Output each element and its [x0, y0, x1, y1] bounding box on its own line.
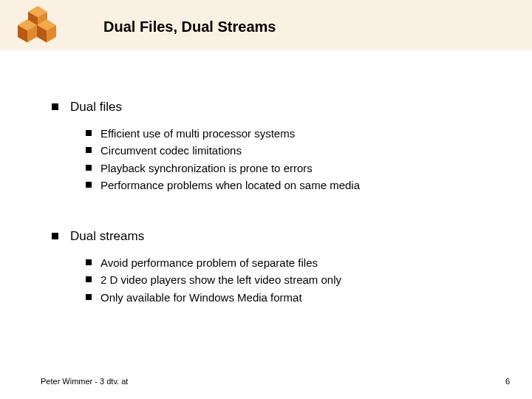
section-heading-text: Dual streams: [70, 229, 144, 244]
bullet-icon: [86, 294, 92, 300]
list-item-text: Avoid performance problem of separate fi…: [100, 254, 318, 271]
bullet-icon: [52, 233, 58, 239]
slide-title: Dual Files, Dual Streams: [103, 18, 276, 35]
list-item-text: Performance problems when located on sam…: [100, 177, 360, 194]
bullet-icon: [86, 182, 92, 188]
list-item-text: Circumvent codec limitations: [100, 142, 242, 159]
section-heading-text: Dual files: [70, 100, 122, 115]
list-item: Only available for Windows Media format: [86, 289, 502, 306]
section-heading: Dual files: [52, 100, 502, 115]
bullet-icon: [86, 130, 92, 136]
list-item: Playback synchronization is prone to err…: [86, 160, 502, 177]
header-bar: Dual Files, Dual Streams: [0, 0, 532, 50]
list-item-text: 2 D video players show the left video st…: [100, 271, 341, 288]
section-items: Avoid performance problem of separate fi…: [86, 254, 502, 306]
list-item-text: Efficient use of multi processor systems: [100, 125, 295, 142]
bullet-icon: [86, 165, 92, 171]
bullet-icon: [86, 276, 92, 282]
section-heading: Dual streams: [52, 229, 502, 244]
section-dual-streams: Dual streams Avoid performance problem o…: [52, 229, 502, 306]
section-dual-files: Dual files Efficient use of multi proces…: [52, 100, 502, 194]
list-item: Performance problems when located on sam…: [86, 177, 502, 194]
bullet-icon: [86, 147, 92, 153]
list-item: Circumvent codec limitations: [86, 142, 502, 159]
footer-author: Peter Wimmer - 3 dtv. at: [41, 377, 128, 386]
slide-content: Dual files Efficient use of multi proces…: [52, 100, 502, 341]
list-item: Efficient use of multi processor systems: [86, 125, 502, 142]
list-item-text: Playback synchronization is prone to err…: [100, 160, 313, 177]
section-items: Efficient use of multi processor systems…: [86, 125, 502, 194]
list-item: Avoid performance problem of separate fi…: [86, 254, 502, 271]
bullet-icon: [86, 259, 92, 265]
cubes-icon: [18, 7, 58, 47]
bullet-icon: [52, 103, 58, 110]
list-item: 2 D video players show the left video st…: [86, 271, 502, 288]
page-number: 6: [505, 377, 510, 386]
list-item-text: Only available for Windows Media format: [100, 289, 302, 306]
